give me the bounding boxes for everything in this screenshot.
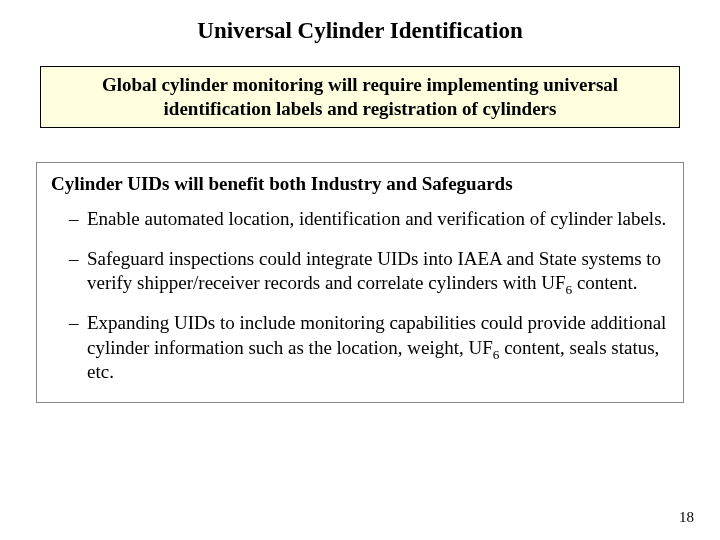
- callout-box: Global cylinder monitoring will require …: [40, 66, 680, 128]
- slide-title: Universal Cylinder Identification: [30, 18, 690, 44]
- list-item: Expanding UIDs to include monitoring cap…: [69, 311, 669, 384]
- bullet-list: Enable automated location, identificatio…: [51, 207, 669, 385]
- list-item: Enable automated location, identificatio…: [69, 207, 669, 231]
- lead-text: Cylinder UIDs will benefit both Industry…: [51, 173, 669, 195]
- list-item: Safeguard inspections could integrate UI…: [69, 247, 669, 296]
- page-number: 18: [679, 509, 694, 526]
- content-box: Cylinder UIDs will benefit both Industry…: [36, 162, 684, 404]
